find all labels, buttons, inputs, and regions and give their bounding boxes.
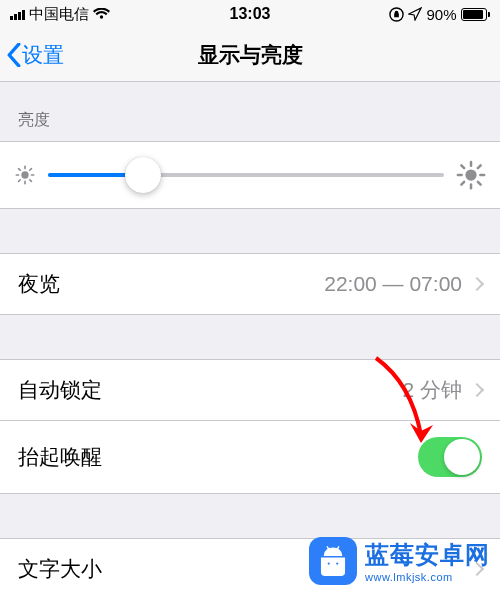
raise-to-wake-row: 抬起唤醒 (0, 420, 500, 493)
svg-line-9 (30, 169, 32, 171)
svg-point-1 (21, 171, 28, 178)
svg-line-6 (19, 169, 21, 171)
raise-to-wake-switch[interactable] (418, 437, 482, 477)
svg-point-10 (465, 169, 476, 180)
brightness-row (0, 141, 500, 209)
brightness-header: 亮度 (0, 82, 500, 141)
auto-lock-label: 自动锁定 (18, 376, 102, 404)
status-bar: 中国电信 13:03 90% (0, 0, 500, 28)
auto-lock-row[interactable]: 自动锁定 2 分钟 (0, 360, 500, 420)
text-size-row[interactable]: 文字大小 (0, 539, 500, 599)
switch-knob (444, 439, 480, 475)
sun-small-icon (14, 164, 36, 186)
wifi-icon (93, 8, 110, 21)
chevron-right-icon (470, 383, 484, 397)
page-title: 显示与亮度 (0, 41, 500, 69)
status-left: 中国电信 (10, 5, 110, 24)
svg-line-7 (30, 180, 32, 182)
signal-icon (10, 8, 25, 20)
orientation-lock-icon (389, 7, 404, 22)
chevron-left-icon (6, 43, 22, 67)
text-size-label: 文字大小 (18, 555, 102, 583)
raise-to-wake-label: 抬起唤醒 (18, 443, 102, 471)
carrier-label: 中国电信 (29, 5, 89, 24)
status-right: 90% (389, 6, 490, 23)
night-shift-row[interactable]: 夜览 22:00 — 07:00 (0, 254, 500, 314)
night-shift-label: 夜览 (18, 270, 60, 298)
battery-icon (461, 8, 491, 21)
brightness-slider[interactable] (48, 173, 444, 177)
auto-lock-value: 2 分钟 (402, 376, 462, 404)
location-icon (408, 7, 422, 21)
sun-large-icon (456, 160, 486, 190)
svg-line-8 (19, 180, 21, 182)
back-button[interactable]: 设置 (0, 41, 64, 69)
svg-line-17 (461, 182, 464, 185)
night-shift-value: 22:00 — 07:00 (324, 272, 462, 296)
svg-line-15 (461, 165, 464, 168)
back-label: 设置 (22, 41, 64, 69)
nav-bar: 设置 显示与亮度 (0, 28, 500, 82)
svg-line-18 (478, 165, 481, 168)
slider-thumb[interactable] (125, 157, 161, 193)
svg-line-16 (478, 182, 481, 185)
chevron-right-icon (470, 562, 484, 576)
battery-pct: 90% (426, 6, 456, 23)
chevron-right-icon (470, 277, 484, 291)
